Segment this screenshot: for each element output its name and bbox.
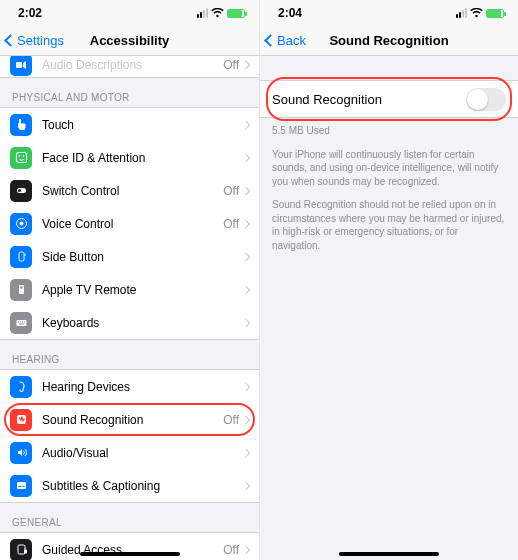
- row-label: Audio Descriptions: [42, 58, 223, 72]
- row-switch-control[interactable]: Switch ControlOff: [0, 174, 259, 207]
- row-value: Off: [223, 413, 239, 427]
- wifi-icon: [211, 8, 224, 18]
- toggle-label: Sound Recognition: [272, 92, 466, 107]
- page-title: Accessibility: [90, 33, 170, 48]
- status-bar: 2:04: [260, 0, 518, 26]
- row-value: Off: [223, 217, 239, 231]
- audio-icon: [10, 442, 32, 464]
- row-audio-visual[interactable]: Audio/Visual: [0, 436, 259, 469]
- faceid-icon: [10, 147, 32, 169]
- chevron-right-icon: [242, 252, 250, 260]
- navbar-left: Settings Accessibility: [0, 26, 259, 56]
- subtitles-icon: [10, 475, 32, 497]
- audio-desc-icon: [10, 56, 32, 76]
- status-time: 2:02: [18, 6, 42, 20]
- row-subtitles-captioning[interactable]: Subtitles & Captioning: [0, 469, 259, 502]
- section-header: GENERAL: [0, 503, 259, 532]
- home-indicator[interactable]: [339, 552, 439, 556]
- svg-point-2: [18, 155, 20, 157]
- svg-rect-16: [24, 322, 25, 323]
- chevron-right-icon: [242, 120, 250, 128]
- chevron-right-icon: [242, 285, 250, 293]
- section-header: PHYSICAL AND MOTOR: [0, 78, 259, 107]
- row-label: Touch: [42, 118, 243, 132]
- row-touch[interactable]: Touch: [0, 108, 259, 141]
- svg-rect-1: [16, 153, 26, 163]
- svg-point-11: [20, 286, 22, 288]
- description-2: Sound Recognition should not be relied u…: [260, 188, 518, 252]
- chevron-right-icon: [242, 153, 250, 161]
- svg-rect-9: [24, 254, 25, 256]
- svg-rect-22: [18, 545, 25, 554]
- svg-point-7: [19, 222, 23, 226]
- status-right: [197, 8, 245, 18]
- touch-icon: [10, 114, 32, 136]
- switch-icon: [10, 180, 32, 202]
- content-right[interactable]: Sound Recognition 5.5 MB Used Your iPhon…: [260, 56, 518, 560]
- row-value: Off: [223, 184, 239, 198]
- signal-icon: [197, 8, 208, 18]
- storage-text: 5.5 MB Used: [260, 118, 518, 138]
- svg-rect-14: [20, 322, 21, 323]
- svg-rect-13: [18, 322, 19, 323]
- svg-rect-21: [22, 486, 24, 487]
- row-label: Switch Control: [42, 184, 223, 198]
- chevron-right-icon: [242, 318, 250, 326]
- navbar-right: Back Sound Recognition: [260, 26, 518, 56]
- chevron-right-icon: [242, 545, 250, 553]
- toggle-group: Sound Recognition: [260, 80, 518, 118]
- sidebutton-icon: [10, 246, 32, 268]
- row-sound-recognition-toggle[interactable]: Sound Recognition: [260, 81, 518, 117]
- row-hearing-devices[interactable]: Hearing Devices: [0, 370, 259, 403]
- keyboard-icon: [10, 312, 32, 334]
- back-button[interactable]: Settings: [6, 33, 64, 48]
- svg-rect-0: [16, 62, 22, 68]
- svg-point-3: [22, 155, 24, 157]
- svg-rect-8: [19, 252, 24, 261]
- list-group: TouchFace ID & AttentionSwitch ControlOf…: [0, 107, 259, 340]
- row-label: Subtitles & Captioning: [42, 479, 243, 493]
- guided-icon: [10, 539, 32, 561]
- row-voice-control[interactable]: Voice ControlOff: [0, 207, 259, 240]
- ear-icon: [10, 376, 32, 398]
- row-label: Voice Control: [42, 217, 223, 231]
- row-label: Sound Recognition: [42, 413, 223, 427]
- description-1: Your iPhone will continuously listen for…: [260, 138, 518, 189]
- row-keyboards[interactable]: Keyboards: [0, 306, 259, 339]
- status-bar: 2:02: [0, 0, 259, 26]
- list-group: Hearing DevicesSound RecognitionOffAudio…: [0, 369, 259, 503]
- content-left[interactable]: Audio Descriptions Off PHYSICAL AND MOTO…: [0, 56, 259, 560]
- toggle-switch[interactable]: [466, 88, 506, 111]
- signal-icon: [456, 8, 467, 18]
- chevron-left-icon: [264, 34, 277, 47]
- sound-icon: [10, 409, 32, 431]
- chevron-right-icon: [242, 415, 250, 423]
- back-label: Settings: [17, 33, 64, 48]
- row-audio-descriptions[interactable]: Audio Descriptions Off: [0, 56, 259, 77]
- chevron-right-icon: [242, 448, 250, 456]
- status-right: [456, 8, 504, 18]
- row-sound-recognition[interactable]: Sound RecognitionOff: [0, 403, 259, 436]
- back-label: Back: [277, 33, 306, 48]
- row-value: Off: [223, 58, 239, 72]
- row-label: Hearing Devices: [42, 380, 243, 394]
- svg-rect-20: [18, 486, 21, 487]
- chevron-right-icon: [242, 481, 250, 489]
- screen-sound-recognition: 2:04 Back Sound Recognition Sound Recogn…: [259, 0, 518, 560]
- row-label: Apple TV Remote: [42, 283, 243, 297]
- row-face-id-attention[interactable]: Face ID & Attention: [0, 141, 259, 174]
- section-header: HEARING: [0, 340, 259, 369]
- svg-rect-19: [17, 482, 26, 489]
- svg-point-5: [18, 189, 21, 192]
- home-indicator[interactable]: [80, 552, 180, 556]
- row-label: Face ID & Attention: [42, 151, 243, 165]
- screen-accessibility: 2:02 Settings Accessibility Audio Descri…: [0, 0, 259, 560]
- row-side-button[interactable]: Side Button: [0, 240, 259, 273]
- row-label: Side Button: [42, 250, 243, 264]
- row-apple-tv-remote[interactable]: Apple TV Remote: [0, 273, 259, 306]
- row-label: Keyboards: [42, 316, 243, 330]
- chevron-right-icon: [242, 382, 250, 390]
- back-button[interactable]: Back: [266, 33, 306, 48]
- svg-rect-12: [16, 320, 26, 326]
- page-title: Sound Recognition: [329, 33, 448, 48]
